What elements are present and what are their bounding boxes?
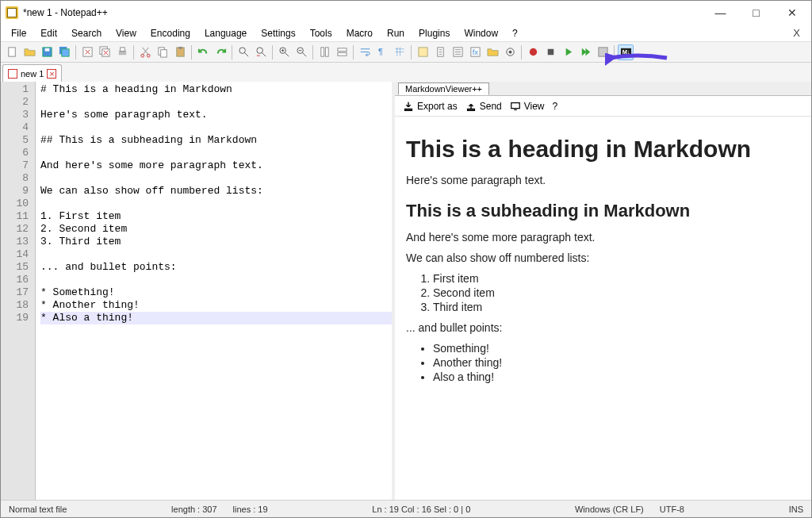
doc-map-icon[interactable]: [432, 44, 448, 60]
save-icon[interactable]: [39, 44, 55, 60]
preview-h1: This is a heading in Markdown: [406, 136, 800, 163]
folder-workspace-icon[interactable]: [485, 44, 500, 60]
status-eol: Windows (CR LF): [567, 505, 652, 514]
gutter-number: 5: [1, 134, 29, 147]
list-item: Second item: [433, 286, 800, 299]
code-line[interactable]: # This is a heading in Markdown: [40, 83, 392, 96]
gutter-number: 17: [1, 286, 29, 299]
code-line[interactable]: * Also a thing!: [40, 312, 392, 324]
menu-macro[interactable]: Macro: [339, 26, 380, 40]
indent-guide-icon[interactable]: [392, 44, 408, 60]
menu-plugins[interactable]: Plugins: [412, 26, 457, 40]
menu-view[interactable]: View: [109, 26, 144, 40]
gutter-number: 9: [1, 185, 29, 198]
menu-help[interactable]: ?: [505, 26, 525, 40]
close-file-icon[interactable]: [79, 44, 95, 60]
macro-play-multi-icon[interactable]: [577, 44, 593, 60]
code-line[interactable]: 1. First item: [40, 210, 392, 223]
monitoring-icon[interactable]: [502, 44, 518, 60]
code-line[interactable]: [40, 198, 392, 210]
preview-export-button[interactable]: Export as: [403, 101, 458, 112]
sync-hscroll-icon[interactable]: [334, 44, 350, 60]
titlebar: *new 1 - Notepad++ — □ ✕: [1, 1, 811, 25]
code-line[interactable]: [40, 96, 392, 109]
svg-text:M↓: M↓: [622, 48, 630, 56]
menu-settings[interactable]: Settings: [254, 26, 302, 40]
function-list-icon[interactable]: fx: [467, 44, 483, 60]
open-file-icon[interactable]: [21, 44, 37, 60]
menu-encoding[interactable]: Encoding: [144, 26, 197, 40]
redo-icon[interactable]: [213, 44, 228, 60]
menu-run[interactable]: Run: [380, 26, 412, 40]
menubar-x[interactable]: X: [785, 27, 808, 39]
wordwrap-icon[interactable]: [357, 44, 373, 60]
svg-rect-2: [44, 48, 49, 52]
preview-send-button[interactable]: Send: [465, 101, 502, 112]
undo-icon[interactable]: [195, 44, 211, 60]
sync-vscroll-icon[interactable]: [316, 44, 332, 60]
macro-stop-icon[interactable]: [542, 44, 558, 60]
menu-edit[interactable]: Edit: [33, 26, 64, 40]
code-line[interactable]: [40, 147, 392, 159]
menu-tools[interactable]: Tools: [303, 26, 339, 40]
minimize-button[interactable]: —: [703, 2, 738, 25]
code-line[interactable]: Here's some paragraph text.: [40, 109, 392, 121]
code-line[interactable]: [40, 274, 392, 286]
paste-icon[interactable]: [172, 44, 188, 60]
code-line[interactable]: 3. Third item: [40, 236, 392, 248]
toolbar-separator: [133, 45, 134, 59]
code-line[interactable]: * Something!: [40, 286, 392, 299]
gutter-number: 11: [1, 210, 29, 223]
status-encoding: UTF-8: [652, 505, 692, 514]
replace-icon[interactable]: [253, 44, 269, 60]
monitor-icon: [510, 101, 521, 112]
preview-view-button[interactable]: View: [510, 101, 545, 112]
find-icon[interactable]: [236, 44, 251, 60]
close-all-icon[interactable]: [97, 44, 113, 60]
markdown-viewer-icon[interactable]: M↓: [618, 44, 634, 60]
macro-play-icon[interactable]: [560, 44, 576, 60]
code-line[interactable]: [40, 121, 392, 134]
print-icon[interactable]: [114, 44, 130, 60]
show-all-chars-icon[interactable]: ¶: [374, 44, 390, 60]
code-line[interactable]: 2. Second item: [40, 223, 392, 236]
editor-code-area[interactable]: # This is a heading in MarkdownHere's so…: [36, 82, 392, 500]
svg-rect-34: [598, 48, 607, 56]
copy-icon[interactable]: [155, 44, 170, 60]
toolbar-separator: [353, 45, 354, 59]
language-udl-icon[interactable]: [415, 44, 431, 60]
preview-help-button[interactable]: ?: [553, 101, 558, 112]
code-line[interactable]: [40, 248, 392, 261]
code-line[interactable]: ## This is a subheading in Markdown: [40, 134, 392, 147]
toolbar-separator: [411, 45, 412, 59]
cut-icon[interactable]: [137, 44, 153, 60]
doc-list-icon[interactable]: [450, 44, 465, 60]
zoom-out-icon[interactable]: [293, 44, 309, 60]
close-button[interactable]: ✕: [774, 2, 810, 25]
code-line[interactable]: ... and bullet points:: [40, 261, 392, 274]
editor-body[interactable]: 12345678910111213141516171819 # This is …: [1, 82, 392, 500]
gutter-number: 13: [1, 236, 29, 248]
save-all-icon[interactable]: [56, 44, 72, 60]
menu-search[interactable]: Search: [64, 26, 109, 40]
svg-text:fx: fx: [472, 48, 478, 56]
list-item: Another thing!: [433, 356, 800, 369]
maximize-button[interactable]: □: [738, 2, 774, 25]
toolbar-separator: [191, 45, 192, 59]
macro-save-icon[interactable]: [595, 44, 611, 60]
code-line[interactable]: We can also show off numbered lists:: [40, 185, 392, 198]
svg-rect-33: [547, 49, 553, 56]
menu-language[interactable]: Language: [197, 26, 254, 40]
tab-close-icon[interactable]: ×: [47, 69, 56, 79]
download-icon: [403, 101, 414, 112]
code-line[interactable]: And here's some more paragraph text.: [40, 159, 392, 172]
zoom-in-icon[interactable]: [276, 44, 292, 60]
new-file-icon[interactable]: [4, 44, 20, 60]
menu-file[interactable]: File: [4, 26, 33, 40]
code-line[interactable]: * Another thing!: [40, 299, 392, 312]
menu-window[interactable]: Window: [457, 26, 505, 40]
code-line[interactable]: [40, 172, 392, 185]
file-tab-active[interactable]: new 1 ×: [2, 64, 62, 82]
macro-record-icon[interactable]: [525, 44, 541, 60]
preview-panel-title[interactable]: MarkdownViewer++: [398, 82, 489, 95]
